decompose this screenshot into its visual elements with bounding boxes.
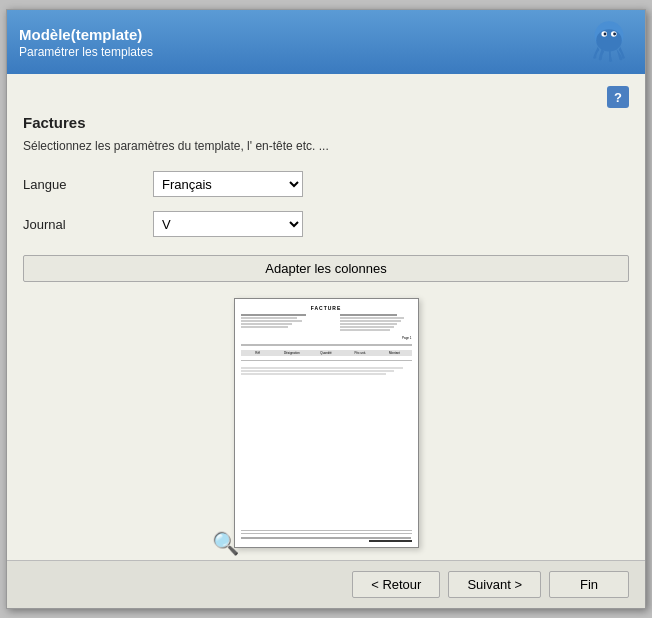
invoice-header: [241, 314, 412, 331]
finish-button[interactable]: Fin: [549, 571, 629, 598]
invoice-preview-container: FACTURE: [234, 298, 419, 548]
invoice-divider-2: [241, 360, 412, 362]
journal-row: Journal V A B C: [23, 211, 629, 237]
col-ref: Réf: [241, 351, 275, 355]
adapt-columns-button[interactable]: Adapter les colonnes: [23, 255, 629, 282]
preview-area: FACTURE: [23, 298, 629, 548]
zoom-icon: 🔍: [212, 531, 239, 557]
col-qty: Quantité: [309, 351, 343, 355]
svg-point-5: [613, 33, 616, 36]
invoice-client-info: [340, 314, 412, 331]
invoice-page-number: Page 1: [241, 336, 412, 340]
langue-label: Langue: [23, 177, 153, 192]
langue-row: Langue Français English Deutsch: [23, 171, 629, 197]
footer: < Retour Suivant > Fin: [7, 560, 645, 608]
svg-point-1: [596, 29, 622, 51]
svg-point-4: [604, 33, 607, 36]
window-title: Modèle(template): [19, 26, 153, 43]
col-price: Prix unit.: [343, 351, 377, 355]
main-window: Modèle(template) Paramétrer les template…: [6, 9, 646, 609]
zoom-icon-wrapper[interactable]: 🔍: [212, 530, 240, 558]
invoice-preview-title: FACTURE: [241, 305, 412, 311]
invoice-company-info: [241, 314, 335, 331]
title-bar-text: Modèle(template) Paramétrer les template…: [19, 26, 153, 59]
back-button[interactable]: < Retour: [352, 571, 440, 598]
invoice-divider-1: [241, 344, 412, 346]
langue-select[interactable]: Français English Deutsch: [153, 171, 303, 197]
journal-select[interactable]: V A B C: [153, 211, 303, 237]
help-btn-row: ?: [23, 86, 629, 108]
title-bar: Modèle(template) Paramétrer les template…: [7, 10, 645, 74]
help-button[interactable]: ?: [607, 86, 629, 108]
col-desc: Désignation: [275, 351, 309, 355]
invoice-table-header: Réf Désignation Quantité Prix unit. Mont…: [241, 350, 412, 356]
section-description: Sélectionnez les paramètres du template,…: [23, 139, 629, 153]
invoice-items: [241, 366, 412, 376]
app-logo: [585, 18, 633, 66]
invoice-preview: FACTURE: [234, 298, 419, 548]
next-button[interactable]: Suivant >: [448, 571, 541, 598]
window-subtitle: Paramétrer les templates: [19, 45, 153, 59]
col-total: Montant: [377, 351, 411, 355]
invoice-divider-3: [241, 530, 412, 532]
section-title: Factures: [23, 114, 629, 131]
invoice-totals: [241, 533, 412, 543]
content-area: ? Factures Sélectionnez les paramètres d…: [7, 74, 645, 560]
journal-label: Journal: [23, 217, 153, 232]
